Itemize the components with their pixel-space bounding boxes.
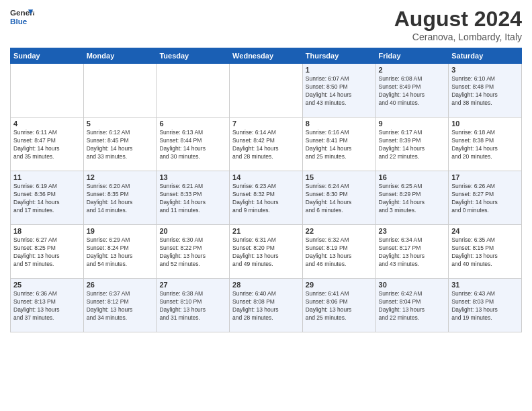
day-cell: [230, 64, 303, 118]
day-number: 4: [13, 120, 81, 128]
day-number: 25: [13, 281, 81, 289]
day-cell: [83, 64, 157, 118]
day-cell: 13Sunrise: 6:21 AMSunset: 8:33 PMDayligh…: [157, 171, 230, 225]
day-info: Sunrise: 6:13 AMSunset: 8:44 PMDaylight:…: [159, 129, 226, 161]
day-cell: 21Sunrise: 6:31 AMSunset: 8:20 PMDayligh…: [230, 225, 303, 279]
day-info: Sunrise: 6:34 AMSunset: 8:17 PMDaylight:…: [379, 236, 446, 269]
day-number: 12: [87, 173, 154, 181]
day-cell: 12Sunrise: 6:20 AMSunset: 8:35 PMDayligh…: [83, 171, 157, 225]
day-info: Sunrise: 6:25 AMSunset: 8:29 PMDaylight:…: [379, 183, 446, 215]
day-info: Sunrise: 6:37 AMSunset: 8:12 PMDaylight:…: [87, 290, 154, 322]
day-number: 23: [379, 227, 446, 235]
day-number: 11: [13, 173, 81, 181]
day-cell: 5Sunrise: 6:12 AMSunset: 8:45 PMDaylight…: [83, 118, 157, 171]
week-row-1: 1Sunrise: 6:07 AMSunset: 8:50 PMDaylight…: [11, 64, 522, 118]
week-row-5: 25Sunrise: 6:36 AMSunset: 8:13 PMDayligh…: [11, 279, 522, 332]
day-number: 6: [159, 120, 226, 128]
day-info: Sunrise: 6:21 AMSunset: 8:33 PMDaylight:…: [159, 183, 226, 215]
day-cell: 25Sunrise: 6:36 AMSunset: 8:13 PMDayligh…: [11, 279, 84, 332]
col-header-sunday: Sunday: [11, 48, 84, 64]
day-number: 29: [306, 281, 373, 289]
day-number: 27: [159, 281, 226, 289]
day-number: 1: [306, 66, 373, 74]
day-number: 30: [379, 281, 446, 289]
day-info: Sunrise: 6:30 AMSunset: 8:22 PMDaylight:…: [159, 236, 226, 269]
day-info: Sunrise: 6:42 AMSunset: 8:04 PMDaylight:…: [379, 290, 446, 322]
day-number: 15: [306, 173, 373, 181]
logo-icon: General Blue: [10, 7, 34, 27]
day-cell: 17Sunrise: 6:26 AMSunset: 8:27 PMDayligh…: [449, 171, 522, 225]
day-info: Sunrise: 6:07 AMSunset: 8:50 PMDaylight:…: [306, 75, 373, 107]
day-cell: 23Sunrise: 6:34 AMSunset: 8:17 PMDayligh…: [375, 225, 449, 279]
day-info: Sunrise: 6:27 AMSunset: 8:25 PMDaylight:…: [13, 236, 81, 269]
day-number: 20: [159, 227, 226, 235]
day-info: Sunrise: 6:12 AMSunset: 8:45 PMDaylight:…: [87, 129, 154, 161]
day-number: 17: [451, 173, 519, 181]
day-info: Sunrise: 6:26 AMSunset: 8:27 PMDaylight:…: [451, 183, 519, 215]
day-cell: 31Sunrise: 6:43 AMSunset: 8:03 PMDayligh…: [449, 279, 522, 332]
day-info: Sunrise: 6:40 AMSunset: 8:08 PMDaylight:…: [232, 290, 300, 322]
day-cell: 11Sunrise: 6:19 AMSunset: 8:36 PMDayligh…: [11, 171, 84, 225]
day-cell: 29Sunrise: 6:41 AMSunset: 8:06 PMDayligh…: [302, 279, 375, 332]
day-number: 2: [379, 66, 446, 74]
col-header-friday: Friday: [375, 48, 449, 64]
day-cell: 27Sunrise: 6:38 AMSunset: 8:10 PMDayligh…: [157, 279, 230, 332]
day-info: Sunrise: 6:38 AMSunset: 8:10 PMDaylight:…: [159, 290, 226, 322]
day-cell: [11, 64, 84, 118]
month-year: August 2024: [394, 7, 522, 32]
day-number: 16: [379, 173, 446, 181]
day-cell: 10Sunrise: 6:18 AMSunset: 8:38 PMDayligh…: [449, 118, 522, 171]
day-number: 5: [87, 120, 154, 128]
day-info: Sunrise: 6:43 AMSunset: 8:03 PMDaylight:…: [451, 290, 519, 322]
day-number: 21: [232, 227, 300, 235]
day-cell: 22Sunrise: 6:32 AMSunset: 8:19 PMDayligh…: [302, 225, 375, 279]
day-cell: 6Sunrise: 6:13 AMSunset: 8:44 PMDaylight…: [157, 118, 230, 171]
day-cell: 14Sunrise: 6:23 AMSunset: 8:32 PMDayligh…: [230, 171, 303, 225]
day-cell: 8Sunrise: 6:16 AMSunset: 8:41 PMDaylight…: [302, 118, 375, 171]
day-info: Sunrise: 6:35 AMSunset: 8:15 PMDaylight:…: [451, 236, 519, 269]
day-cell: 18Sunrise: 6:27 AMSunset: 8:25 PMDayligh…: [11, 225, 84, 279]
col-header-thursday: Thursday: [302, 48, 375, 64]
day-cell: 2Sunrise: 6:08 AMSunset: 8:49 PMDaylight…: [375, 64, 449, 118]
day-number: 18: [13, 227, 81, 235]
week-row-3: 11Sunrise: 6:19 AMSunset: 8:36 PMDayligh…: [11, 171, 522, 225]
day-info: Sunrise: 6:08 AMSunset: 8:49 PMDaylight:…: [379, 75, 446, 107]
logo: General Blue: [10, 7, 34, 27]
day-number: 24: [451, 227, 519, 235]
day-cell: 15Sunrise: 6:24 AMSunset: 8:30 PMDayligh…: [302, 171, 375, 225]
day-info: Sunrise: 6:16 AMSunset: 8:41 PMDaylight:…: [306, 129, 373, 161]
day-number: 8: [306, 120, 373, 128]
page: General Blue August 2024 Ceranova, Lomba…: [0, 0, 532, 411]
day-cell: 1Sunrise: 6:07 AMSunset: 8:50 PMDaylight…: [302, 64, 375, 118]
day-number: 3: [451, 66, 519, 74]
day-cell: 16Sunrise: 6:25 AMSunset: 8:29 PMDayligh…: [375, 171, 449, 225]
day-number: 13: [159, 173, 226, 181]
day-info: Sunrise: 6:23 AMSunset: 8:32 PMDaylight:…: [232, 183, 300, 215]
day-cell: 30Sunrise: 6:42 AMSunset: 8:04 PMDayligh…: [375, 279, 449, 332]
title-block: August 2024 Ceranova, Lombardy, Italy: [394, 7, 522, 42]
day-info: Sunrise: 6:29 AMSunset: 8:24 PMDaylight:…: [87, 236, 154, 269]
col-header-saturday: Saturday: [449, 48, 522, 64]
week-row-2: 4Sunrise: 6:11 AMSunset: 8:47 PMDaylight…: [11, 118, 522, 171]
day-info: Sunrise: 6:17 AMSunset: 8:39 PMDaylight:…: [379, 129, 446, 161]
calendar-table: SundayMondayTuesdayWednesdayThursdayFrid…: [10, 48, 522, 332]
day-number: 31: [451, 281, 519, 289]
day-cell: 24Sunrise: 6:35 AMSunset: 8:15 PMDayligh…: [449, 225, 522, 279]
day-cell: [157, 64, 230, 118]
day-number: 7: [232, 120, 300, 128]
day-number: 22: [306, 227, 373, 235]
day-number: 14: [232, 173, 300, 181]
day-number: 9: [379, 120, 446, 128]
day-info: Sunrise: 6:32 AMSunset: 8:19 PMDaylight:…: [306, 236, 373, 269]
day-cell: 19Sunrise: 6:29 AMSunset: 8:24 PMDayligh…: [83, 225, 157, 279]
svg-text:Blue: Blue: [10, 17, 28, 26]
week-row-4: 18Sunrise: 6:27 AMSunset: 8:25 PMDayligh…: [11, 225, 522, 279]
day-cell: 20Sunrise: 6:30 AMSunset: 8:22 PMDayligh…: [157, 225, 230, 279]
header-row: SundayMondayTuesdayWednesdayThursdayFrid…: [11, 48, 522, 64]
day-info: Sunrise: 6:14 AMSunset: 8:42 PMDaylight:…: [232, 129, 300, 161]
day-cell: 28Sunrise: 6:40 AMSunset: 8:08 PMDayligh…: [230, 279, 303, 332]
location: Ceranova, Lombardy, Italy: [394, 32, 522, 42]
col-header-monday: Monday: [83, 48, 157, 64]
day-info: Sunrise: 6:20 AMSunset: 8:35 PMDaylight:…: [87, 183, 154, 215]
day-info: Sunrise: 6:19 AMSunset: 8:36 PMDaylight:…: [13, 183, 81, 215]
